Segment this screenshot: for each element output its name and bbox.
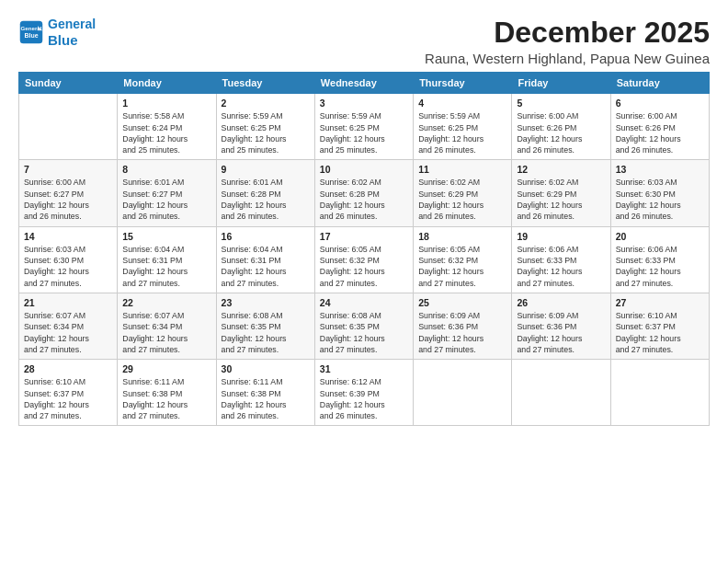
table-row: 29Sunrise: 6:11 AM Sunset: 6:38 PM Dayli… bbox=[118, 360, 216, 426]
day-info: Sunrise: 6:07 AM Sunset: 6:34 PM Dayligh… bbox=[24, 310, 112, 355]
table-row: 31Sunrise: 6:12 AM Sunset: 6:39 PM Dayli… bbox=[314, 360, 413, 426]
table-row bbox=[610, 360, 709, 426]
day-info: Sunrise: 6:08 AM Sunset: 6:35 PM Dayligh… bbox=[222, 310, 310, 355]
table-row: 4Sunrise: 5:59 AM Sunset: 6:25 PM Daylig… bbox=[414, 94, 512, 160]
table-row: 28Sunrise: 6:10 AM Sunset: 6:37 PM Dayli… bbox=[19, 360, 118, 426]
table-row: 11Sunrise: 6:02 AM Sunset: 6:29 PM Dayli… bbox=[414, 160, 512, 226]
day-number: 28 bbox=[24, 363, 112, 374]
calendar-week-1: 1Sunrise: 5:58 AM Sunset: 6:24 PM Daylig… bbox=[19, 94, 710, 160]
day-info: Sunrise: 6:01 AM Sunset: 6:28 PM Dayligh… bbox=[222, 177, 310, 222]
day-number: 30 bbox=[222, 363, 310, 374]
day-info: Sunrise: 6:00 AM Sunset: 6:27 PM Dayligh… bbox=[24, 177, 112, 222]
day-info: Sunrise: 5:59 AM Sunset: 6:25 PM Dayligh… bbox=[222, 110, 310, 155]
day-info: Sunrise: 6:11 AM Sunset: 6:38 PM Dayligh… bbox=[122, 376, 210, 421]
header-thursday: Thursday bbox=[414, 73, 512, 94]
table-row: 27Sunrise: 6:10 AM Sunset: 6:37 PM Dayli… bbox=[610, 293, 709, 359]
day-info: Sunrise: 6:03 AM Sunset: 6:30 PM Dayligh… bbox=[616, 177, 704, 222]
table-row: 6Sunrise: 6:00 AM Sunset: 6:26 PM Daylig… bbox=[610, 94, 709, 160]
day-info: Sunrise: 6:10 AM Sunset: 6:37 PM Dayligh… bbox=[24, 376, 112, 421]
table-row: 18Sunrise: 6:05 AM Sunset: 6:32 PM Dayli… bbox=[414, 226, 512, 293]
day-info: Sunrise: 6:11 AM Sunset: 6:38 PM Dayligh… bbox=[222, 376, 310, 421]
day-info: Sunrise: 6:09 AM Sunset: 6:36 PM Dayligh… bbox=[517, 310, 605, 355]
day-info: Sunrise: 6:05 AM Sunset: 6:32 PM Dayligh… bbox=[320, 244, 408, 289]
logo-general: General bbox=[48, 17, 96, 31]
calendar-week-4: 21Sunrise: 6:07 AM Sunset: 6:34 PM Dayli… bbox=[19, 293, 710, 359]
header-tuesday: Tuesday bbox=[216, 73, 314, 94]
day-info: Sunrise: 6:04 AM Sunset: 6:31 PM Dayligh… bbox=[122, 244, 210, 289]
day-number: 11 bbox=[418, 164, 506, 175]
table-row: 2Sunrise: 5:59 AM Sunset: 6:25 PM Daylig… bbox=[216, 94, 314, 160]
day-number: 21 bbox=[24, 297, 112, 308]
day-number: 3 bbox=[320, 98, 408, 109]
day-number: 31 bbox=[320, 363, 408, 374]
header-friday: Friday bbox=[512, 73, 610, 94]
day-number: 4 bbox=[418, 98, 506, 109]
table-row: 3Sunrise: 5:59 AM Sunset: 6:25 PM Daylig… bbox=[314, 94, 413, 160]
logo-text: General Blue bbox=[48, 17, 96, 49]
day-number: 5 bbox=[517, 98, 605, 109]
day-number: 29 bbox=[122, 363, 210, 374]
table-row: 24Sunrise: 6:08 AM Sunset: 6:35 PM Dayli… bbox=[314, 293, 413, 359]
day-number: 22 bbox=[122, 297, 210, 308]
page: General Blue General Blue December 2025 … bbox=[0, 0, 728, 563]
logo: General Blue General Blue bbox=[18, 17, 96, 49]
table-row: 25Sunrise: 6:09 AM Sunset: 6:36 PM Dayli… bbox=[414, 293, 512, 359]
table-row: 17Sunrise: 6:05 AM Sunset: 6:32 PM Dayli… bbox=[314, 226, 413, 293]
day-info: Sunrise: 6:02 AM Sunset: 6:29 PM Dayligh… bbox=[418, 177, 506, 222]
svg-text:Blue: Blue bbox=[24, 33, 38, 40]
day-number: 18 bbox=[418, 231, 506, 242]
table-row: 12Sunrise: 6:02 AM Sunset: 6:29 PM Dayli… bbox=[512, 160, 610, 226]
header-wednesday: Wednesday bbox=[314, 73, 413, 94]
table-row: 20Sunrise: 6:06 AM Sunset: 6:33 PM Dayli… bbox=[610, 226, 709, 293]
day-number: 6 bbox=[616, 98, 704, 109]
day-info: Sunrise: 6:00 AM Sunset: 6:26 PM Dayligh… bbox=[616, 110, 704, 155]
table-row: 15Sunrise: 6:04 AM Sunset: 6:31 PM Dayli… bbox=[118, 226, 216, 293]
day-info: Sunrise: 6:05 AM Sunset: 6:32 PM Dayligh… bbox=[418, 244, 506, 289]
table-row: 14Sunrise: 6:03 AM Sunset: 6:30 PM Dayli… bbox=[19, 226, 118, 293]
table-row: 10Sunrise: 6:02 AM Sunset: 6:28 PM Dayli… bbox=[314, 160, 413, 226]
calendar-header-row: Sunday Monday Tuesday Wednesday Thursday… bbox=[19, 73, 710, 94]
day-number: 10 bbox=[320, 164, 408, 175]
title-block: December 2025 Rauna, Western Highland, P… bbox=[425, 17, 710, 66]
header-sunday: Sunday bbox=[19, 73, 118, 94]
table-row: 21Sunrise: 6:07 AM Sunset: 6:34 PM Dayli… bbox=[19, 293, 118, 359]
calendar-week-3: 14Sunrise: 6:03 AM Sunset: 6:30 PM Dayli… bbox=[19, 226, 710, 293]
day-number: 9 bbox=[222, 164, 310, 175]
table-row: 13Sunrise: 6:03 AM Sunset: 6:30 PM Dayli… bbox=[610, 160, 709, 226]
day-info: Sunrise: 6:06 AM Sunset: 6:33 PM Dayligh… bbox=[616, 244, 704, 289]
day-number: 7 bbox=[24, 164, 112, 175]
day-info: Sunrise: 6:02 AM Sunset: 6:29 PM Dayligh… bbox=[517, 177, 605, 222]
table-row bbox=[414, 360, 512, 426]
day-number: 14 bbox=[24, 231, 112, 242]
table-row: 16Sunrise: 6:04 AM Sunset: 6:31 PM Dayli… bbox=[216, 226, 314, 293]
day-info: Sunrise: 6:07 AM Sunset: 6:34 PM Dayligh… bbox=[122, 310, 210, 355]
day-info: Sunrise: 5:59 AM Sunset: 6:25 PM Dayligh… bbox=[320, 110, 408, 155]
day-info: Sunrise: 6:02 AM Sunset: 6:28 PM Dayligh… bbox=[320, 177, 408, 222]
day-number: 27 bbox=[616, 297, 704, 308]
table-row: 1Sunrise: 5:58 AM Sunset: 6:24 PM Daylig… bbox=[118, 94, 216, 160]
day-info: Sunrise: 6:09 AM Sunset: 6:36 PM Dayligh… bbox=[418, 310, 506, 355]
day-number: 8 bbox=[122, 164, 210, 175]
day-number: 12 bbox=[517, 164, 605, 175]
day-number: 25 bbox=[418, 297, 506, 308]
day-number: 17 bbox=[320, 231, 408, 242]
day-info: Sunrise: 6:10 AM Sunset: 6:37 PM Dayligh… bbox=[616, 310, 704, 355]
day-number: 13 bbox=[616, 164, 704, 175]
table-row bbox=[19, 94, 118, 160]
day-number: 23 bbox=[222, 297, 310, 308]
logo-icon: General Blue bbox=[18, 19, 44, 45]
day-number: 1 bbox=[122, 98, 210, 109]
month-title: December 2025 bbox=[425, 17, 710, 49]
day-number: 26 bbox=[517, 297, 605, 308]
day-info: Sunrise: 6:00 AM Sunset: 6:26 PM Dayligh… bbox=[517, 110, 605, 155]
table-row: 5Sunrise: 6:00 AM Sunset: 6:26 PM Daylig… bbox=[512, 94, 610, 160]
day-number: 16 bbox=[222, 231, 310, 242]
table-row: 7Sunrise: 6:00 AM Sunset: 6:27 PM Daylig… bbox=[19, 160, 118, 226]
day-info: Sunrise: 6:08 AM Sunset: 6:35 PM Dayligh… bbox=[320, 310, 408, 355]
header-monday: Monday bbox=[118, 73, 216, 94]
table-row: 8Sunrise: 6:01 AM Sunset: 6:27 PM Daylig… bbox=[118, 160, 216, 226]
calendar-table: Sunday Monday Tuesday Wednesday Thursday… bbox=[18, 72, 710, 426]
calendar-week-5: 28Sunrise: 6:10 AM Sunset: 6:37 PM Dayli… bbox=[19, 360, 710, 426]
table-row: 22Sunrise: 6:07 AM Sunset: 6:34 PM Dayli… bbox=[118, 293, 216, 359]
calendar-week-2: 7Sunrise: 6:00 AM Sunset: 6:27 PM Daylig… bbox=[19, 160, 710, 226]
